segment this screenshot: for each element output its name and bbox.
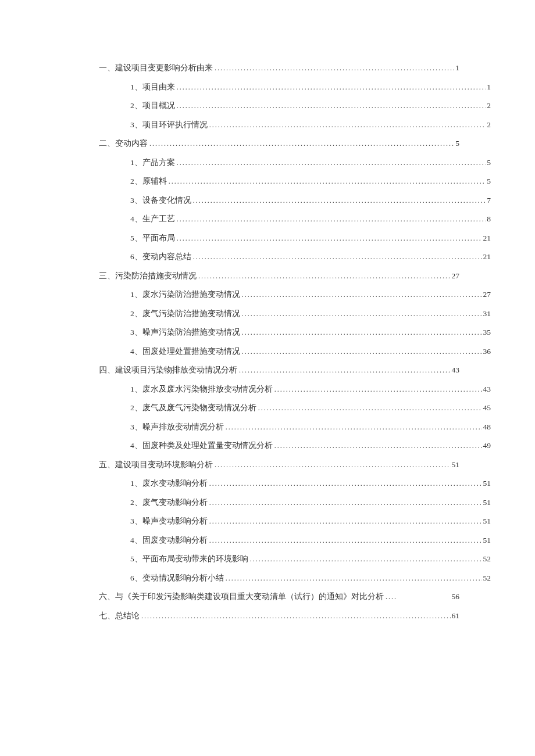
toc-entry-page: 45 — [482, 404, 491, 412]
toc-entry: 4、生产工艺8 — [99, 215, 491, 223]
toc-entry-page: 56 — [451, 593, 460, 601]
toc-entry-page: 36 — [482, 347, 491, 356]
toc-entry: 2、项目概况2 — [99, 102, 491, 110]
toc-entry-title: 噪声变动影响分析 — [142, 517, 208, 525]
toc-entry-page: 52 — [482, 574, 491, 582]
toc-entry: 一、建设项目变更影响分析由来1 — [99, 64, 459, 72]
toc-entry: 3、项目环评执行情况2 — [99, 121, 491, 129]
toc-entry-leader — [177, 235, 482, 242]
toc-entry-page: 51 — [451, 461, 460, 469]
toc-entry-leader — [215, 461, 451, 468]
toc-entry-leader — [242, 310, 482, 317]
toc-entry-prefix: 2、 — [130, 404, 142, 412]
toc-entry: 5、平面布局变动带来的环境影响52 — [99, 555, 491, 563]
toc-entry-title: 污染防治措施变动情况 — [115, 272, 197, 280]
toc-entry: 4、固废处理处置措施变动情况36 — [99, 347, 491, 356]
toc-entry-leader — [209, 537, 482, 544]
toc-entry-prefix: 5、 — [130, 555, 142, 563]
toc-entry-leader — [193, 197, 486, 204]
toc-entry-leader — [239, 367, 451, 374]
toc-entry-prefix: 6、 — [130, 574, 142, 582]
toc-entry-page: 27 — [451, 272, 460, 280]
toc-entry: 三、污染防治措施变动情况27 — [99, 272, 459, 280]
toc-entry: 3、噪声污染防治措施变动情况35 — [99, 328, 491, 336]
toc-entry: 3、设备变化情况7 — [99, 196, 491, 205]
toc-entry-prefix: 4、 — [130, 536, 142, 544]
toc-entry: 五、建设项目变动环境影响分析51 — [99, 461, 459, 469]
toc-entry-prefix: 3、 — [130, 328, 142, 336]
toc-entry: 四、建设项目污染物排放变动情况分析43 — [99, 366, 459, 374]
toc-entry-prefix: 4、 — [130, 215, 142, 223]
toc-entry-leader — [250, 556, 482, 562]
toc-entry-page: 51 — [482, 499, 491, 507]
toc-entry-page: 21 — [482, 234, 491, 242]
toc-entry-page: 49 — [482, 442, 491, 450]
toc-entry: 6、变动情况影响分析小结52 — [99, 574, 491, 582]
toc-entry-prefix: 2、 — [130, 102, 142, 110]
toc-entry-prefix: 5、 — [130, 234, 142, 242]
toc-entry-page: 51 — [482, 536, 491, 544]
toc-entry-leader — [177, 159, 486, 166]
toc-entry-title: 固废种类及处理处置量变动情况分析 — [142, 442, 273, 450]
toc-entry-page: 51 — [482, 517, 491, 525]
toc-entry: 1、废水及废水污染物排放变动情况分析43 — [99, 385, 491, 393]
toc-entry-prefix: 六、 — [99, 593, 115, 601]
toc-entry: 2、废气变动影响分析51 — [99, 499, 491, 507]
toc-entry-leader — [242, 348, 482, 355]
toc-entry-title: 建设项目变动环境影响分析 — [115, 461, 213, 469]
toc-entry-title: 与《关于印发污染影响类建设项目重大变动清单（试行）的通知》对比分析 — [115, 593, 384, 601]
toc-entry: 4、固废种类及处理处置量变动情况分析49 — [99, 442, 491, 450]
toc-entry-title: 噪声排放变动情况分析 — [142, 423, 224, 431]
toc-entry-page: 7 — [486, 196, 491, 205]
toc-entry-page: 27 — [482, 291, 491, 299]
toc-entry: 3、噪声变动影响分析51 — [99, 517, 491, 525]
toc-entry-page: 43 — [482, 385, 491, 393]
toc-entry-leader — [226, 424, 482, 431]
toc-entry-leader — [149, 140, 454, 147]
toc-entry-title: 噪声污染防治措施变动情况 — [142, 328, 240, 336]
toc-entry-prefix: 四、 — [99, 366, 115, 374]
toc-entry: 六、与《关于印发污染影响类建设项目重大变动清单（试行）的通知》对比分析56 — [99, 593, 459, 601]
toc-entry-prefix: 2、 — [130, 177, 142, 185]
toc-entry-title: 固废处理处置措施变动情况 — [142, 347, 240, 356]
toc-entry-page: 51 — [482, 479, 491, 488]
toc-entry-title: 平面布局 — [142, 234, 175, 242]
toc-entry-leader — [386, 593, 451, 600]
toc-entry-page: 35 — [482, 328, 491, 336]
toc-entry-title: 项目由来 — [142, 83, 175, 91]
toc-entry-prefix: 七、 — [99, 612, 115, 620]
toc-entry-prefix: 1、 — [130, 159, 142, 167]
toc-entry-prefix: 3、 — [130, 517, 142, 525]
toc-entry-title: 产品方案 — [142, 159, 175, 167]
toc-entry-page: 8 — [486, 215, 491, 223]
toc-entry-page: 1 — [454, 64, 459, 72]
toc-entry-leader — [242, 291, 482, 298]
toc-entry-prefix: 3、 — [130, 423, 142, 431]
toc-entry-leader — [169, 178, 486, 185]
toc-entry-prefix: 1、 — [130, 479, 142, 488]
toc-entry-prefix: 1、 — [130, 291, 142, 299]
toc-entry-title: 生产工艺 — [142, 215, 175, 223]
toc-entry-leader — [274, 442, 482, 449]
toc-entry-title: 项目环评执行情况 — [142, 121, 208, 129]
toc-entry-page: 61 — [451, 612, 460, 620]
toc-entry-leader — [274, 386, 482, 393]
toc-entry: 3、噪声排放变动情况分析48 — [99, 423, 491, 431]
toc-entry: 1、产品方案5 — [99, 159, 491, 167]
toc-entry-title: 固废变动影响分析 — [142, 536, 208, 544]
toc-entry-leader — [177, 84, 486, 91]
toc-entry-title: 废气变动影响分析 — [142, 499, 208, 507]
toc-entry: 七、总结论61 — [99, 612, 459, 620]
toc-entry-leader — [242, 329, 482, 336]
toc-entry-title: 建设项目污染物排放变动情况分析 — [115, 366, 237, 374]
toc-entry-leader — [209, 518, 482, 525]
toc-entry-leader — [258, 404, 482, 411]
toc-entry-leader — [209, 480, 482, 487]
toc-entry: 5、平面布局21 — [99, 234, 491, 242]
toc-entry-title: 变动情况影响分析小结 — [142, 574, 224, 582]
toc-entry-page: 1 — [486, 83, 491, 91]
toc-entry-page: 31 — [482, 310, 491, 318]
toc-entry-title: 废气污染防治措施变动情况 — [142, 310, 240, 318]
toc-entry: 2、废气及废气污染物变动情况分析45 — [99, 404, 491, 412]
toc-entry-prefix: 6、 — [130, 253, 142, 261]
